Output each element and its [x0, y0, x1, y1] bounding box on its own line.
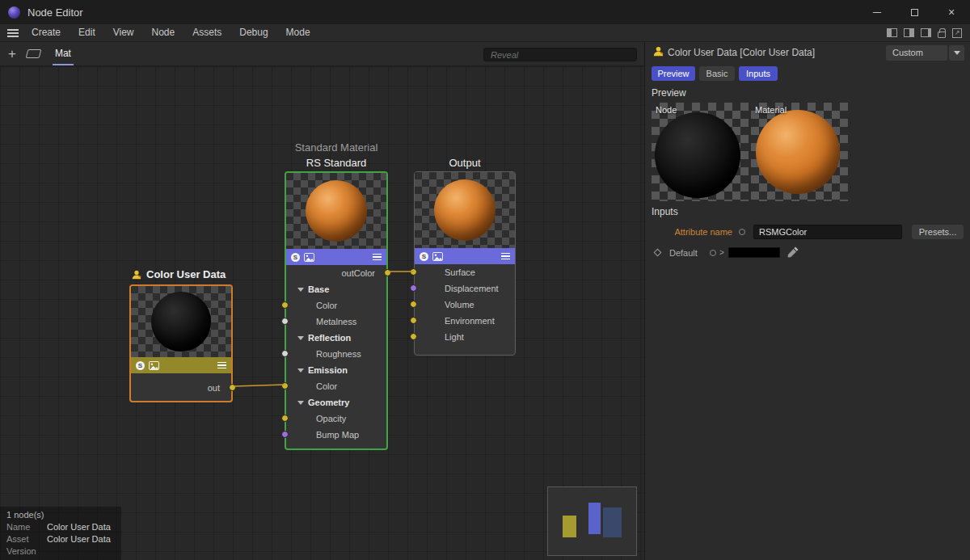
thumb-label-node: Node [656, 105, 677, 115]
node-header-bar: S [415, 248, 515, 264]
port-row-opacity: Opacity [286, 411, 386, 427]
preset-dropdown[interactable]: Custom [886, 45, 947, 61]
port-dot[interactable] [410, 268, 417, 276]
expand-chevron-icon[interactable]: > [719, 246, 724, 260]
node-menu-icon[interactable] [501, 253, 510, 259]
port-group-emission[interactable]: Emission [286, 362, 386, 378]
tab-mat[interactable]: Mat [53, 42, 74, 65]
port-row-bump-map: Bump Map [286, 427, 386, 443]
layout-left-panel-icon[interactable] [887, 28, 897, 37]
thumb-label-material: Material [755, 105, 787, 115]
port-row-surface: Surface [415, 264, 515, 280]
menu-debug[interactable]: Debug [230, 24, 276, 41]
toolbar: + Mat [0, 42, 644, 66]
tab-inputs[interactable]: Inputs [739, 66, 778, 81]
image-icon [432, 252, 443, 261]
port-dot-out[interactable] [229, 384, 236, 391]
port-dot[interactable] [281, 350, 289, 357]
info-asset-label: Asset [6, 533, 47, 545]
menu-mode[interactable]: Mode [277, 24, 319, 41]
group-label: Reflection [308, 330, 351, 346]
port-label: out [208, 383, 220, 393]
node-menu-icon[interactable] [373, 254, 382, 260]
collapse-caret-icon[interactable] [297, 401, 304, 405]
attribute-port-icon[interactable] [739, 229, 745, 235]
port-row-displacement: Displacement [415, 280, 515, 297]
node-preview-thumbnail [415, 172, 515, 248]
port-group-reflection[interactable]: Reflection [286, 330, 386, 346]
preset-dropdown-arrow[interactable] [949, 45, 964, 61]
port-dot[interactable] [410, 284, 417, 292]
attribute-name-input[interactable] [753, 225, 902, 239]
port-dot[interactable] [281, 431, 289, 438]
lock-icon[interactable] [938, 32, 946, 38]
node-preview-thumb: Node [652, 103, 749, 201]
port-dot[interactable] [281, 301, 289, 309]
tab-preview[interactable]: Preview [652, 66, 695, 81]
collapse-caret-icon[interactable] [297, 288, 304, 292]
port-dot[interactable] [410, 317, 417, 324]
default-diamond-icon[interactable] [654, 249, 662, 257]
port-row-light: Light [415, 329, 515, 345]
node-preview-thumbnail [131, 286, 231, 357]
default-label: Default [669, 246, 698, 260]
port-dot[interactable] [281, 382, 289, 389]
eyedropper-icon[interactable] [787, 246, 799, 258]
port-row-roughness: Roughness [286, 346, 386, 362]
port-row-environment: Environment [415, 313, 515, 329]
port-label: Volume [445, 297, 474, 313]
port-dot[interactable] [410, 301, 417, 308]
maximize-button[interactable] [896, 0, 933, 24]
minimize-button[interactable]: ─ [858, 0, 896, 24]
port-dot[interactable] [281, 318, 289, 325]
popout-window-icon[interactable]: ↗ [952, 28, 962, 38]
add-material-icon[interactable]: + [8, 43, 16, 65]
group-label: Base [308, 281, 329, 297]
reveal-search-input[interactable] [483, 48, 637, 61]
port-group-geometry[interactable]: Geometry [286, 394, 386, 411]
inspector-title: Color User Data [Color User Data] [668, 47, 815, 58]
rs-standard-supertitle: Standard Material [285, 141, 388, 154]
black-sphere-preview [655, 112, 740, 198]
port-label: Color [316, 378, 337, 394]
info-asset-value: Color User Data [47, 533, 111, 545]
menu-view[interactable]: View [104, 24, 143, 41]
shader-s-icon: S [420, 252, 428, 261]
color-user-data-node[interactable]: S out [129, 284, 233, 402]
menu-create[interactable]: Create [23, 24, 70, 41]
port-row-base-color: Color [286, 297, 386, 314]
port-dot-outcolor[interactable] [384, 269, 391, 276]
menu-assets[interactable]: Assets [183, 24, 230, 41]
menu-node[interactable]: Node [143, 24, 184, 41]
presets-button[interactable]: Presets... [912, 225, 964, 239]
node-header-bar: S [286, 249, 386, 265]
material-tag-icon[interactable] [26, 49, 42, 58]
node-menu-icon[interactable] [217, 362, 226, 368]
layout-right-panel-icon[interactable] [904, 28, 914, 37]
chevron-down-icon [954, 51, 960, 55]
section-inputs-label: Inputs [652, 206, 678, 217]
user-data-icon [652, 45, 664, 57]
section-preview-label: Preview [652, 87, 686, 99]
minimap[interactable] [547, 486, 637, 556]
attribute-name-label: Attribute name [652, 225, 732, 239]
port-group-base[interactable]: Base [286, 281, 386, 297]
layout-split-panel-icon[interactable] [921, 28, 931, 37]
default-color-swatch[interactable] [728, 247, 780, 258]
output-node[interactable]: S Surface Displacement Volume Environmen… [414, 171, 516, 356]
collapse-caret-icon[interactable] [297, 368, 304, 373]
port-dot[interactable] [281, 415, 289, 422]
tab-basic[interactable]: Basic [699, 66, 735, 81]
port-dot[interactable] [410, 333, 417, 340]
default-port-icon[interactable] [710, 250, 716, 256]
menu-edit[interactable]: Edit [70, 24, 104, 41]
title-bar: Node Editor ─ × [0, 0, 970, 24]
user-data-icon [131, 269, 142, 280]
window-title: Node Editor [27, 6, 83, 19]
hamburger-menu-icon[interactable] [7, 29, 19, 37]
rs-standard-node[interactable]: S outColor Base Color Metalness Reflecti… [285, 171, 388, 450]
close-button[interactable]: × [933, 0, 970, 24]
node-preview-thumbnail [286, 173, 386, 249]
port-label: Light [445, 329, 464, 345]
collapse-caret-icon[interactable] [297, 336, 304, 340]
